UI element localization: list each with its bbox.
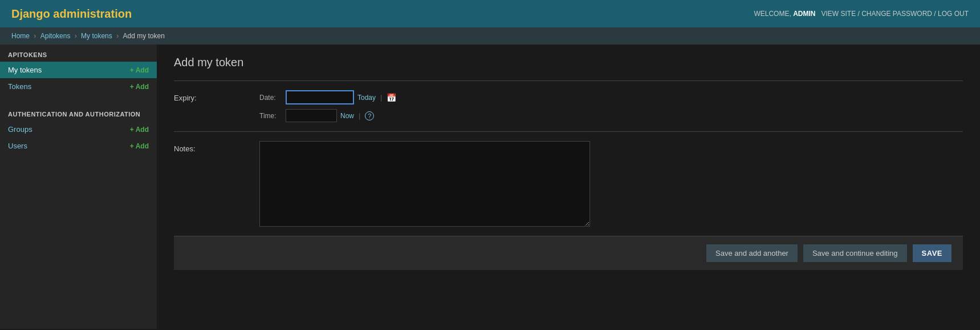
date-sublabel: Date: xyxy=(259,94,282,102)
sidebar-item-tokens[interactable]: Tokens + Add xyxy=(0,78,157,95)
now-link[interactable]: Now xyxy=(340,112,354,120)
sidebar-item-my-tokens-label: My tokens xyxy=(8,66,42,74)
main-content: Add my token Expiry: Date: Today | 📅 Tim… xyxy=(157,45,980,329)
date-input[interactable] xyxy=(286,90,354,104)
form-section-expiry: Expiry: Date: Today | 📅 Time: Now | xyxy=(174,81,963,122)
change-password-link[interactable]: CHANGE PASSWORD xyxy=(861,10,932,18)
expiry-field-group: Date: Today | 📅 Time: Now | ? xyxy=(259,90,396,122)
time-field-row: Time: Now | ? xyxy=(259,109,396,122)
time-info-icon[interactable]: ? xyxy=(365,111,374,120)
notes-textarea[interactable] xyxy=(259,141,590,227)
breadcrumb-home[interactable]: Home xyxy=(11,32,30,40)
sidebar-item-groups[interactable]: Groups + Add xyxy=(0,121,157,138)
expiry-row: Expiry: Date: Today | 📅 Time: Now | xyxy=(174,90,963,122)
date-field-row: Date: Today | 📅 xyxy=(259,90,396,104)
expiry-label: Expiry: xyxy=(174,90,259,102)
app-title: Django administration xyxy=(11,7,132,21)
sidebar-add-users[interactable]: + Add xyxy=(130,142,149,150)
welcome-text: WELCOME, xyxy=(754,10,791,18)
submit-row: Save and add another Save and continue e… xyxy=(174,236,963,270)
time-input[interactable] xyxy=(286,109,337,122)
calendar-icon[interactable]: 📅 xyxy=(387,93,396,102)
sidebar-item-groups-label: Groups xyxy=(8,125,32,134)
sidebar-item-my-tokens[interactable]: My tokens + Add xyxy=(0,62,157,78)
sidebar-add-groups[interactable]: + Add xyxy=(130,126,149,134)
username: ADMIN xyxy=(793,10,815,18)
log-out-link[interactable]: LOG OUT xyxy=(938,10,969,18)
sidebar-item-users[interactable]: Users + Add xyxy=(0,138,157,154)
notes-row: Notes: xyxy=(174,141,963,227)
breadcrumb-current: Add my token xyxy=(123,32,164,40)
sidebar: APITOKENS My tokens + Add Tokens + Add A… xyxy=(0,45,157,329)
page-title: Add my token xyxy=(174,56,963,69)
save-add-another-button[interactable]: Save and add another xyxy=(706,244,798,262)
sidebar-add-tokens[interactable]: + Add xyxy=(130,83,149,91)
save-continue-button[interactable]: Save and continue editing xyxy=(803,244,907,262)
form-section-notes: Notes: xyxy=(174,131,963,227)
sidebar-item-tokens-label: Tokens xyxy=(8,82,31,91)
sidebar-section-apitokens: APITOKENS xyxy=(0,45,157,62)
sidebar-item-users-label: Users xyxy=(8,142,27,150)
notes-label: Notes: xyxy=(174,141,259,153)
view-site-link[interactable]: VIEW SITE xyxy=(821,10,856,18)
sidebar-add-my-tokens[interactable]: + Add xyxy=(130,66,149,74)
today-link[interactable]: Today xyxy=(357,94,376,102)
header: Django administration WELCOME, ADMIN VIE… xyxy=(0,0,980,27)
breadcrumb: Home › Apitokens › My tokens › Add my to… xyxy=(0,27,980,45)
header-user-info: WELCOME, ADMIN VIEW SITE / CHANGE PASSWO… xyxy=(754,10,969,18)
sidebar-section-auth: AUTHENTICATION AND AUTHORIZATION xyxy=(0,104,157,121)
layout: APITOKENS My tokens + Add Tokens + Add A… xyxy=(0,45,980,329)
breadcrumb-apitokens[interactable]: Apitokens xyxy=(40,32,71,40)
time-sublabel: Time: xyxy=(259,112,282,120)
breadcrumb-my-tokens[interactable]: My tokens xyxy=(81,32,112,40)
save-button[interactable]: SAVE xyxy=(913,244,951,262)
